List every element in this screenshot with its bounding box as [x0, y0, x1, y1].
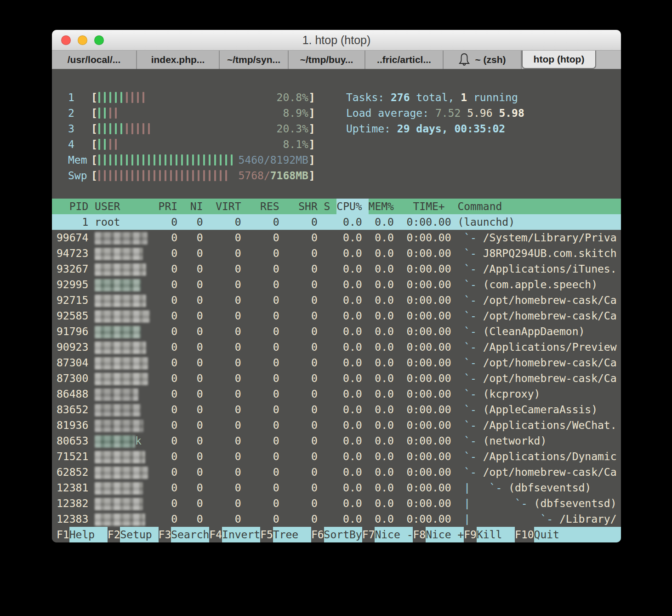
fnlabel-tree[interactable]: Tree — [273, 527, 311, 542]
load-average-text: Load average: — [346, 107, 435, 119]
cell-values: 0 0 0 0 0 0.0 0.0 0:00.00 — [159, 261, 458, 277]
process-row[interactable]: 91796 0 0 0 0 0 0.0 0.0 0:00.00 `- (Clea… — [52, 324, 621, 339]
process-row[interactable]: 87300 0 0 0 0 0 0.0 0.0 0:00.00 `- /opt/… — [52, 371, 621, 386]
username-blurred — [95, 310, 150, 323]
cell-command: (dbfseventsd) — [508, 480, 621, 496]
process-row[interactable]: 93267 0 0 0 0 0 0.0 0.0 0:00.00 `- /Appl… — [52, 261, 621, 277]
tab-1[interactable]: index.php... — [137, 51, 220, 69]
meter-bar-green — [148, 154, 150, 165]
header-pid[interactable]: PID — [57, 199, 88, 214]
zoom-button[interactable] — [94, 35, 104, 45]
fnlabel-quit[interactable]: Quit — [534, 527, 621, 542]
cell-pid: 91796 — [57, 324, 88, 339]
header-columns[interactable]: PRI NI VIRT RES SHR S — [159, 199, 337, 214]
tab-4[interactable]: ..fric/articl... — [365, 51, 444, 69]
fnkey-f3[interactable]: F3 — [159, 527, 171, 542]
tab-2[interactable]: ~/tmp/syn... — [220, 51, 289, 69]
process-row[interactable]: 81936 0 0 0 0 0 0.0 0.0 0:00.00 `- /Appl… — [52, 417, 621, 433]
cell-pid: 94723 — [57, 245, 88, 261]
meter-bar-green — [120, 123, 123, 134]
process-row[interactable]: 12382 0 0 0 0 0 0.0 0.0 0:00.00 | `- (db… — [52, 496, 621, 511]
cell-command: /Applications/WeChat. — [483, 417, 621, 433]
fnkey-f10[interactable]: F10 — [515, 527, 534, 542]
fnlabel-help[interactable]: Help — [69, 527, 108, 542]
process-row[interactable]: 80653k 0 0 0 0 0 0.0 0.0 0:00.00 `- (net… — [52, 433, 621, 449]
cell-user — [88, 496, 158, 511]
fnkey-f7[interactable]: F7 — [362, 527, 375, 542]
cell-user — [88, 308, 158, 324]
tab-htop-active[interactable]: htop (htop) — [522, 51, 596, 69]
tree-branch-glyph: `- — [457, 324, 483, 339]
fnlabel-nice-[interactable]: Nice - — [375, 527, 413, 542]
process-row[interactable]: 94723 0 0 0 0 0 0.0 0.0 0:00.00 `- J8RPQ… — [52, 245, 621, 261]
fnlabel-nice-[interactable]: Nice + — [426, 527, 464, 542]
process-row[interactable]: 92995 0 0 0 0 0 0.0 0.0 0:00.00 `- (com.… — [52, 277, 621, 292]
process-row[interactable]: 90923 0 0 0 0 0 0.0 0.0 0:00.00 `- /Appl… — [52, 339, 621, 355]
tab-3[interactable]: ~/tmp/buy... — [289, 51, 365, 69]
meter-close-bracket: ] — [309, 152, 315, 168]
fnkey-f4[interactable]: F4 — [209, 527, 222, 542]
header-user[interactable]: USER — [88, 199, 158, 214]
tab-label: index.php... — [151, 54, 205, 65]
cell-pid: 92585 — [57, 308, 88, 324]
tab-label: /usr/local/... — [68, 54, 121, 65]
process-row[interactable]: 12381 0 0 0 0 0 0.0 0.0 0:00.00 | `- (db… — [52, 480, 621, 496]
process-row[interactable]: 12383 0 0 0 0 0 0.0 0.0 0:00.00 | `- /Li… — [52, 511, 621, 527]
title-bar[interactable]: 1. htop (htop) — [52, 30, 621, 51]
header-mem-time-command[interactable]: MEM% TIME+ Command — [369, 199, 621, 214]
process-row[interactable]: 99674 0 0 0 0 0 0.0 0.0 0:00.00 `- /Syst… — [52, 230, 621, 245]
cell-command: /Applications/iTunes. — [483, 261, 621, 277]
fnkey-f8[interactable]: F8 — [413, 527, 426, 542]
process-row[interactable]: 83652 0 0 0 0 0 0.0 0.0 0:00.00 `- (Appl… — [52, 402, 621, 417]
cell-user — [88, 292, 158, 308]
process-row[interactable]: 71521 0 0 0 0 0 0.0 0.0 0:00.00 `- /Appl… — [52, 449, 621, 464]
tree-branch-glyph: | `- — [457, 480, 508, 496]
meter-bar-green — [104, 154, 106, 165]
fnlabel-kill[interactable]: Kill — [477, 527, 515, 542]
fnkey-f6[interactable]: F6 — [311, 527, 324, 542]
close-button[interactable] — [61, 35, 71, 45]
minimize-button[interactable] — [78, 35, 87, 45]
process-row[interactable]: 92715 0 0 0 0 0 0.0 0.0 0:00.00 `- /opt/… — [52, 292, 621, 308]
username-blurred — [95, 295, 146, 307]
fnkey-f9[interactable]: F9 — [464, 527, 477, 542]
tree-branch-glyph: `- — [457, 277, 483, 292]
memory-meter: Mem[5460/8192MB] — [68, 152, 315, 168]
meter-bar-green — [181, 154, 183, 165]
cell-command: /opt/homebrew-cask/Ca — [483, 308, 621, 324]
process-row[interactable]: 92585 0 0 0 0 0 0.0 0.0 0:00.00 `- /opt/… — [52, 308, 621, 324]
username-blurred — [95, 498, 143, 510]
process-row-selected[interactable]: 1root 0 0 0 0 0 0.0 0.0 0:00.00 (launchd… — [52, 214, 621, 230]
fnlabel-invert[interactable]: Invert — [222, 527, 260, 542]
cpu-meter-3: 3[20.3%] — [68, 121, 315, 137]
process-row[interactable]: 62852 0 0 0 0 0 0.0 0.0 0:00.00 `- /opt/… — [52, 464, 621, 480]
meter-bar-red — [142, 170, 145, 181]
process-row[interactable]: 87304 0 0 0 0 0 0.0 0.0 0:00.00 `- /opt/… — [52, 355, 621, 371]
tab-5[interactable]: ~ (zsh) — [444, 51, 522, 69]
fnlabel-sortby[interactable]: SortBy — [324, 527, 362, 542]
meter-bar-green — [220, 154, 222, 165]
cpu-percentage: 20.3% — [277, 123, 308, 135]
tab-label: ~/tmp/buy... — [300, 54, 353, 65]
system-info: Tasks: 276 total, 1 runningLoad average:… — [346, 90, 524, 137]
fnkey-f2[interactable]: F2 — [108, 527, 120, 542]
tree-branch-glyph: `- — [457, 261, 483, 277]
fnkey-f5[interactable]: F5 — [260, 527, 273, 542]
fnlabel-search[interactable]: Search — [171, 527, 209, 542]
tree-branch-glyph: `- — [457, 230, 483, 245]
cell-command: /opt/homebrew-cask/Ca — [483, 464, 621, 480]
header-cpu-sort-column[interactable]: CPU% — [336, 199, 368, 214]
meter-bar-green — [225, 154, 228, 165]
meter-bar-green — [159, 154, 161, 165]
tab-0[interactable]: /usr/local/... — [52, 51, 137, 69]
fnlabel-setup[interactable]: Setup — [120, 527, 158, 542]
cell-pid: 80653 — [57, 433, 88, 449]
meter-open-bracket: [ — [91, 137, 97, 152]
fnkey-f1[interactable]: F1 — [57, 527, 69, 542]
process-row[interactable]: 86488 0 0 0 0 0 0.0 0.0 0:00.00 `- (kcpr… — [52, 386, 621, 402]
cpu-memory-meters: 1[20.8%]2[8.9%]3[20.3%]4[8.1%]Mem[5460/8… — [68, 90, 315, 183]
tasks: Tasks: 276 total, 1 running — [346, 90, 524, 105]
tab-label: ..fric/articl... — [377, 54, 431, 65]
htop-terminal[interactable]: 1[20.8%]2[8.9%]3[20.3%]4[8.1%]Mem[5460/8… — [52, 69, 621, 542]
username-blurred — [95, 279, 141, 291]
